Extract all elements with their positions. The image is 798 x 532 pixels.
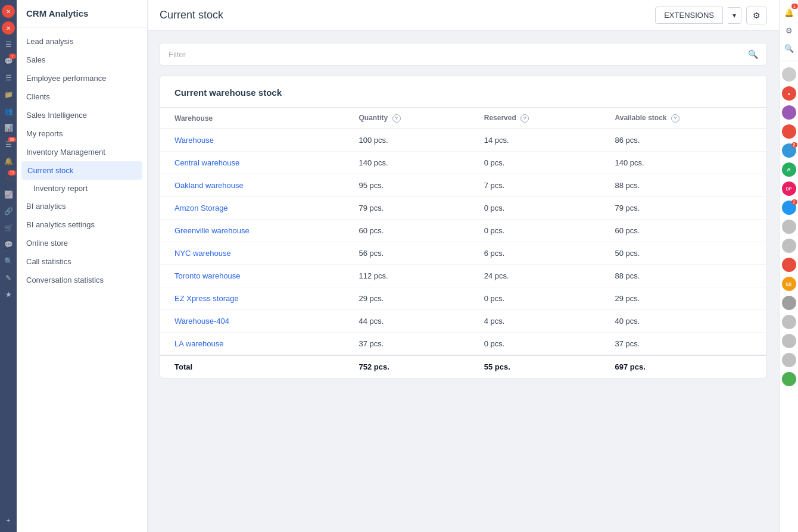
avatar-4[interactable] (782, 124, 796, 139)
sidebar-item-sales-intelligence[interactable]: Sales Intelligence (17, 106, 147, 124)
quantity-cell: 112 pcs. (345, 265, 470, 287)
icon-bar-chart[interactable]: 📊 (2, 121, 15, 134)
quantity-cell: 95 pcs. (345, 174, 470, 197)
available-cell: 60 pcs. (601, 220, 766, 242)
col-header-warehouse: Warehouse (160, 108, 345, 129)
avatar-1[interactable] (782, 67, 796, 82)
icon-bar-link[interactable]: 🔗 (2, 205, 15, 218)
table-row: LA warehouse 37 pcs. 0 pcs. 37 pcs. (160, 333, 766, 356)
avatar-green-a[interactable]: A (782, 162, 796, 177)
sidebar-item-conversation-statistics[interactable]: Conversation statistics (17, 271, 147, 289)
reserved-cell: 0 pcs. (470, 220, 601, 242)
table-row: Warehouse 100 pcs. 14 pcs. 86 pcs. (160, 129, 766, 152)
col-header-available: Available stock ? (601, 108, 766, 129)
sidebar-item-bi-analytics[interactable]: BI analytics (17, 197, 147, 215)
icon-bar-folder[interactable]: 📁 (2, 88, 15, 101)
quantity-cell: 44 pcs. (345, 310, 470, 333)
topbar: Current stock EXTENSIONS ▾ ⚙ (148, 0, 779, 31)
table-row: Oakland warehouse 95 pcs. 7 pcs. 88 pcs. (160, 174, 766, 197)
extensions-caret-button[interactable]: ▾ (728, 7, 741, 24)
settings-button[interactable]: ⚙ (746, 7, 767, 24)
warehouse-link[interactable]: NYC warehouse (174, 249, 231, 258)
sidebar-item-employee-performance[interactable]: Employee performance (17, 69, 147, 87)
warehouse-link[interactable]: Central warehouse (174, 158, 239, 167)
avatar-8[interactable] (782, 239, 796, 253)
avatar-15[interactable] (782, 372, 796, 386)
filter-input[interactable] (169, 50, 748, 59)
available-cell: 50 pcs. (601, 242, 766, 265)
available-help-icon[interactable]: ? (671, 114, 679, 123)
table-row: Toronto warehouse 112 pcs. 24 pcs. 88 pc… (160, 265, 766, 287)
icon-bar-close-1[interactable]: ✕ (2, 5, 15, 18)
sidebar-item-call-statistics[interactable]: Call statistics (17, 252, 147, 271)
right-panel-search[interactable]: 🔍 (781, 40, 797, 56)
warehouse-link[interactable]: Warehouse (174, 136, 214, 145)
sidebar-item-my-reports[interactable]: My reports (17, 124, 147, 143)
avatar-3[interactable] (782, 105, 796, 120)
extensions-button[interactable]: EXTENSIONS (655, 7, 723, 24)
avatar-9[interactable] (782, 258, 796, 272)
total-label: Total (160, 355, 345, 378)
warehouse-link[interactable]: Amzon Storage (174, 204, 228, 212)
reserved-help-icon[interactable]: ? (520, 114, 529, 123)
reserved-cell: 6 pcs. (470, 242, 601, 265)
icon-bar-users[interactable]: 👥 (2, 105, 15, 118)
sidebar-nav: Lead analysis Sales Employee performance… (17, 27, 147, 532)
icon-bar-search[interactable]: 🔍 (2, 255, 15, 268)
sidebar-item-inventory-management[interactable]: Inventory Management (17, 143, 147, 161)
reserved-cell: 14 pcs. (470, 129, 601, 152)
sidebar-item-current-stock[interactable]: Current stock (21, 161, 142, 180)
available-cell: 88 pcs. (601, 174, 766, 197)
sidebar-item-inventory-report[interactable]: Inventory report (17, 180, 147, 197)
icon-bar-menu[interactable]: ☰ (2, 71, 15, 85)
avatar-2[interactable]: ● (782, 86, 796, 101)
avatar-7[interactable] (782, 220, 796, 234)
sidebar-item-online-store[interactable]: Online store (17, 234, 147, 252)
avatar-dp[interactable]: DP (782, 181, 796, 196)
table-row: Warehouse-404 44 pcs. 4 pcs. 40 pcs. (160, 310, 766, 333)
icon-bar-close-2[interactable]: ✕ (2, 21, 15, 35)
available-cell: 37 pcs. (601, 333, 766, 356)
col-header-quantity: Quantity ? (345, 108, 470, 129)
avatar-14[interactable] (782, 353, 796, 367)
avatar-11[interactable] (782, 296, 796, 310)
avatar-12[interactable] (782, 315, 796, 329)
warehouse-link[interactable]: Oakland warehouse (174, 181, 244, 190)
available-cell: 29 pcs. (601, 287, 766, 310)
col-header-reserved: Reserved ? (470, 108, 601, 129)
warehouse-link[interactable]: Warehouse-404 (174, 317, 229, 326)
icon-bar-edit[interactable]: ✎ (2, 271, 15, 284)
available-cell: 88 pcs. (601, 265, 766, 287)
sidebar-item-clients[interactable]: Clients (17, 87, 147, 106)
icon-bar-bell[interactable]: 🔔 (2, 155, 15, 168)
sidebar-title: CRM Analytics (17, 0, 147, 27)
right-panel-settings[interactable]: ⚙ (781, 23, 797, 38)
sidebar-item-lead-analysis[interactable]: Lead analysis (17, 32, 147, 51)
icon-bar-graph[interactable]: 📈 (2, 188, 15, 201)
sidebar-item-bi-analytics-settings[interactable]: BI analytics settings (17, 215, 147, 234)
quantity-help-icon[interactable]: ? (392, 114, 401, 123)
avatar-eb[interactable]: EB (782, 277, 796, 291)
total-available: 697 pcs. (601, 355, 766, 378)
icon-bar-store[interactable]: 🛒 (2, 221, 15, 234)
icon-bar-phone[interactable]: 📞 13 (2, 171, 15, 184)
warehouse-link[interactable]: EZ Xpress storage (174, 294, 239, 303)
icon-bar-tasks[interactable]: ☰ 39 (2, 138, 15, 151)
icon-bar-clipboard[interactable]: ☰ (2, 38, 15, 51)
warehouse-link[interactable]: Greenville warehouse (174, 226, 250, 235)
warehouse-link[interactable]: Toronto warehouse (174, 271, 241, 280)
icon-bar-message[interactable]: 💬 (2, 238, 15, 251)
reserved-cell: 7 pcs. (470, 174, 601, 197)
right-panel-bell[interactable]: 🔔 1 (781, 5, 797, 20)
avatar-13[interactable] (782, 334, 796, 348)
warehouse-link[interactable]: LA warehouse (174, 339, 223, 348)
table-card-title: Current warehouse stock (160, 76, 766, 107)
avatar-blue-group[interactable]: 2 (782, 201, 796, 215)
icon-bar-chat[interactable]: 💬 7 (2, 55, 15, 68)
filter-bar: 🔍 (160, 43, 767, 65)
table-row: Greenville warehouse 60 pcs. 0 pcs. 60 p… (160, 220, 766, 242)
icon-bar-plus[interactable]: + (2, 514, 15, 527)
sidebar-item-sales[interactable]: Sales (17, 51, 147, 69)
avatar-5[interactable]: 2 (782, 143, 796, 158)
icon-bar-star[interactable]: ★ (2, 288, 15, 301)
